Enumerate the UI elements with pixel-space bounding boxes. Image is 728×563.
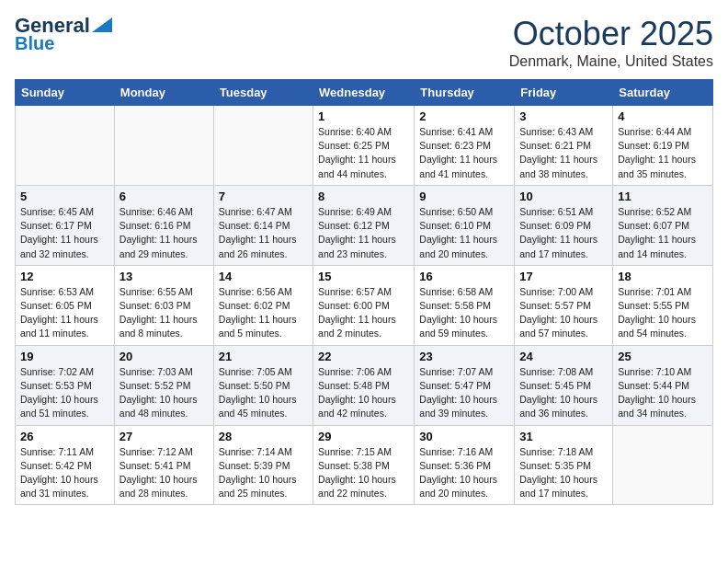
calendar-day-15: 15Sunrise: 6:57 AMSunset: 6:00 PMDayligh… (313, 265, 415, 345)
calendar-day-27: 27Sunrise: 7:12 AMSunset: 5:41 PMDayligh… (114, 425, 213, 505)
day-number: 6 (119, 190, 209, 203)
day-number: 17 (519, 270, 608, 283)
day-number: 24 (519, 350, 608, 363)
location: Denmark, Maine, United States (509, 53, 713, 70)
calendar-day-18: 18Sunrise: 7:01 AMSunset: 5:55 PMDayligh… (613, 265, 713, 345)
logo-icon (92, 17, 112, 32)
day-number: 15 (318, 270, 409, 283)
day-info: Sunrise: 6:53 AMSunset: 6:05 PMDaylight:… (20, 285, 109, 341)
day-number: 3 (519, 109, 608, 123)
day-info: Sunrise: 7:00 AMSunset: 5:57 PMDaylight:… (519, 285, 608, 341)
day-info: Sunrise: 6:49 AMSunset: 6:12 PMDaylight:… (318, 205, 409, 261)
calendar-day-1: 1Sunrise: 6:40 AMSunset: 6:25 PMDaylight… (313, 106, 415, 186)
day-info: Sunrise: 6:58 AMSunset: 5:58 PMDaylight:… (419, 285, 509, 341)
calendar-week-row: 5Sunrise: 6:45 AMSunset: 6:17 PMDaylight… (16, 185, 713, 265)
day-info: Sunrise: 7:05 AMSunset: 5:50 PMDaylight:… (219, 365, 308, 421)
day-info: Sunrise: 6:51 AMSunset: 6:09 PMDaylight:… (519, 205, 608, 261)
weekday-header-sunday: Sunday (16, 80, 115, 106)
day-number: 30 (419, 430, 509, 443)
calendar-day-6: 6Sunrise: 6:46 AMSunset: 6:16 PMDaylight… (114, 185, 213, 265)
day-info: Sunrise: 7:06 AMSunset: 5:48 PMDaylight:… (318, 365, 409, 421)
calendar-day-23: 23Sunrise: 7:07 AMSunset: 5:47 PMDayligh… (415, 345, 515, 425)
weekday-header-wednesday: Wednesday (313, 80, 415, 106)
calendar-day-8: 8Sunrise: 6:49 AMSunset: 6:12 PMDaylight… (313, 185, 415, 265)
day-number: 11 (618, 190, 708, 203)
day-number: 9 (419, 190, 509, 203)
day-info: Sunrise: 6:44 AMSunset: 6:19 PMDaylight:… (618, 125, 708, 181)
calendar-day-empty (16, 106, 115, 186)
calendar-day-26: 26Sunrise: 7:11 AMSunset: 5:42 PMDayligh… (16, 425, 115, 505)
day-number: 16 (419, 270, 509, 283)
day-info: Sunrise: 6:56 AMSunset: 6:02 PMDaylight:… (219, 285, 308, 341)
calendar-day-12: 12Sunrise: 6:53 AMSunset: 6:05 PMDayligh… (16, 265, 115, 345)
calendar-week-row: 26Sunrise: 7:11 AMSunset: 5:42 PMDayligh… (16, 425, 713, 505)
calendar-day-19: 19Sunrise: 7:02 AMSunset: 5:53 PMDayligh… (16, 345, 115, 425)
logo-blue: Blue (15, 33, 54, 53)
day-number: 10 (519, 190, 608, 203)
month-title: October 2025 (509, 15, 713, 53)
day-info: Sunrise: 7:10 AMSunset: 5:44 PMDaylight:… (618, 365, 708, 421)
day-info: Sunrise: 6:50 AMSunset: 6:10 PMDaylight:… (419, 205, 509, 261)
day-info: Sunrise: 7:03 AMSunset: 5:52 PMDaylight:… (119, 365, 209, 421)
day-number: 23 (419, 350, 509, 363)
day-number: 28 (219, 430, 308, 443)
calendar-day-11: 11Sunrise: 6:52 AMSunset: 6:07 PMDayligh… (613, 185, 713, 265)
calendar-day-empty (114, 106, 213, 186)
day-number: 5 (20, 190, 109, 203)
day-number: 29 (318, 430, 409, 443)
calendar-day-4: 4Sunrise: 6:44 AMSunset: 6:19 PMDaylight… (613, 106, 713, 186)
day-number: 22 (318, 350, 409, 363)
calendar-day-17: 17Sunrise: 7:00 AMSunset: 5:57 PMDayligh… (515, 265, 613, 345)
calendar-day-13: 13Sunrise: 6:55 AMSunset: 6:03 PMDayligh… (114, 265, 213, 345)
calendar-day-16: 16Sunrise: 6:58 AMSunset: 5:58 PMDayligh… (415, 265, 515, 345)
day-info: Sunrise: 7:11 AMSunset: 5:42 PMDaylight:… (20, 445, 109, 501)
day-number: 18 (618, 270, 708, 283)
weekday-header-tuesday: Tuesday (213, 80, 313, 106)
day-info: Sunrise: 7:01 AMSunset: 5:55 PMDaylight:… (618, 285, 708, 341)
day-info: Sunrise: 7:02 AMSunset: 5:53 PMDaylight:… (20, 365, 109, 421)
page-header: General Blue October 2025 Denmark, Maine… (15, 15, 713, 70)
day-info: Sunrise: 6:40 AMSunset: 6:25 PMDaylight:… (318, 125, 409, 181)
calendar-day-empty (213, 106, 313, 186)
day-number: 26 (20, 430, 109, 443)
calendar-day-29: 29Sunrise: 7:15 AMSunset: 5:38 PMDayligh… (313, 425, 415, 505)
day-info: Sunrise: 6:52 AMSunset: 6:07 PMDaylight:… (618, 205, 708, 261)
day-info: Sunrise: 7:07 AMSunset: 5:47 PMDaylight:… (419, 365, 509, 421)
calendar-week-row: 1Sunrise: 6:40 AMSunset: 6:25 PMDaylight… (16, 106, 713, 186)
calendar-day-2: 2Sunrise: 6:41 AMSunset: 6:23 PMDaylight… (415, 106, 515, 186)
weekday-header-friday: Friday (515, 80, 613, 106)
calendar-day-3: 3Sunrise: 6:43 AMSunset: 6:21 PMDaylight… (515, 106, 613, 186)
title-area: October 2025 Denmark, Maine, United Stat… (509, 15, 713, 70)
calendar-week-row: 19Sunrise: 7:02 AMSunset: 5:53 PMDayligh… (16, 345, 713, 425)
day-number: 13 (119, 270, 209, 283)
day-number: 14 (219, 270, 308, 283)
calendar-day-20: 20Sunrise: 7:03 AMSunset: 5:52 PMDayligh… (114, 345, 213, 425)
calendar-day-25: 25Sunrise: 7:10 AMSunset: 5:44 PMDayligh… (613, 345, 713, 425)
day-info: Sunrise: 6:41 AMSunset: 6:23 PMDaylight:… (419, 125, 509, 181)
day-info: Sunrise: 7:08 AMSunset: 5:45 PMDaylight:… (519, 365, 608, 421)
day-number: 31 (519, 430, 608, 443)
day-number: 1 (318, 109, 409, 123)
calendar-day-24: 24Sunrise: 7:08 AMSunset: 5:45 PMDayligh… (515, 345, 613, 425)
day-info: Sunrise: 6:55 AMSunset: 6:03 PMDaylight:… (119, 285, 209, 341)
calendar-day-30: 30Sunrise: 7:16 AMSunset: 5:36 PMDayligh… (415, 425, 515, 505)
svg-marker-0 (92, 17, 112, 32)
day-number: 12 (20, 270, 109, 283)
calendar-day-9: 9Sunrise: 6:50 AMSunset: 6:10 PMDaylight… (415, 185, 515, 265)
calendar-day-14: 14Sunrise: 6:56 AMSunset: 6:02 PMDayligh… (213, 265, 313, 345)
weekday-header-row: SundayMondayTuesdayWednesdayThursdayFrid… (16, 80, 713, 106)
day-number: 2 (419, 109, 509, 123)
calendar-day-10: 10Sunrise: 6:51 AMSunset: 6:09 PMDayligh… (515, 185, 613, 265)
calendar-day-7: 7Sunrise: 6:47 AMSunset: 6:14 PMDaylight… (213, 185, 313, 265)
day-number: 27 (119, 430, 209, 443)
calendar-day-5: 5Sunrise: 6:45 AMSunset: 6:17 PMDaylight… (16, 185, 115, 265)
day-info: Sunrise: 7:18 AMSunset: 5:35 PMDaylight:… (519, 445, 608, 501)
calendar-day-empty (613, 425, 713, 505)
calendar-day-31: 31Sunrise: 7:18 AMSunset: 5:35 PMDayligh… (515, 425, 613, 505)
calendar-table: SundayMondayTuesdayWednesdayThursdayFrid… (15, 79, 713, 505)
calendar-day-28: 28Sunrise: 7:14 AMSunset: 5:39 PMDayligh… (213, 425, 313, 505)
day-info: Sunrise: 7:15 AMSunset: 5:38 PMDaylight:… (318, 445, 409, 501)
day-info: Sunrise: 6:57 AMSunset: 6:00 PMDaylight:… (318, 285, 409, 341)
day-number: 19 (20, 350, 109, 363)
weekday-header-thursday: Thursday (415, 80, 515, 106)
